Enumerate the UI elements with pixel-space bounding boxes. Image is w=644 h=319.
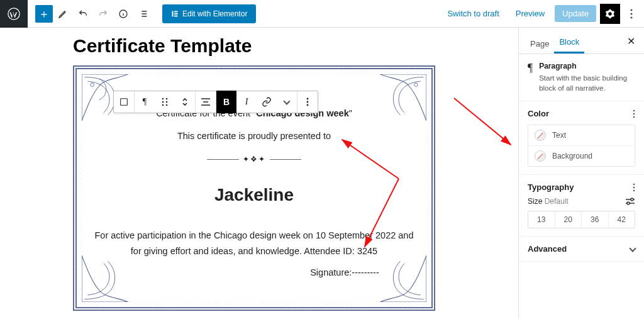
advanced-panel-toggle[interactable]: Advanced (528, 244, 635, 254)
svg-point-14 (162, 101, 164, 103)
tab-page[interactable]: Page (525, 33, 554, 53)
corner-ornament-icon (82, 255, 128, 302)
svg-point-19 (307, 101, 309, 103)
size-pill[interactable]: 42 (608, 211, 635, 228)
svg-point-6 (630, 9, 632, 11)
more-inline-button[interactable] (277, 91, 297, 113)
page-title[interactable]: Certificate Template (73, 35, 518, 57)
svg-point-28 (633, 186, 635, 188)
undo-button[interactable] (73, 4, 93, 24)
drag-icon (161, 97, 169, 107)
font-size-presets: 13 20 36 42 (528, 211, 635, 228)
chevron-down-icon (283, 98, 290, 104)
redo-button[interactable] (93, 4, 113, 24)
svg-point-17 (166, 104, 168, 106)
size-pill[interactable]: 20 (555, 211, 582, 228)
update-button[interactable]: Update (555, 5, 596, 22)
edit-mode-button[interactable] (53, 4, 73, 24)
more-options-button[interactable] (624, 4, 639, 24)
svg-rect-4 (174, 13, 178, 14)
svg-point-13 (166, 98, 168, 100)
typography-panel-toggle[interactable]: Typography (528, 182, 635, 192)
list-icon (138, 9, 148, 19)
link-icon (262, 97, 272, 107)
svg-point-29 (633, 189, 635, 191)
move-handle[interactable] (155, 91, 175, 113)
svg-point-16 (162, 104, 164, 106)
undo-icon (78, 9, 88, 19)
link-button[interactable] (257, 91, 277, 113)
paragraph-type-button[interactable]: ¶ (135, 91, 155, 113)
svg-rect-5 (174, 15, 178, 16)
svg-line-23 (454, 98, 511, 145)
pencil-icon (58, 9, 68, 19)
wordpress-icon (8, 8, 20, 20)
info-icon (118, 9, 128, 19)
size-pill[interactable]: 13 (528, 211, 555, 228)
svg-point-25 (633, 113, 635, 115)
tab-block[interactable]: Block (554, 31, 584, 53)
outline-button[interactable] (133, 4, 153, 24)
move-up-down-button[interactable] (175, 91, 195, 113)
paragraph-block-icon (119, 97, 129, 107)
swatch-icon (535, 130, 546, 141)
redo-icon (98, 9, 108, 19)
switch-to-draft-button[interactable]: Switch to draft (441, 5, 505, 22)
kebab-icon (630, 9, 633, 19)
elementor-icon (171, 10, 179, 18)
svg-point-30 (631, 198, 633, 201)
sliders-icon[interactable] (625, 198, 635, 205)
add-block-button[interactable]: ＋ (35, 5, 53, 23)
certificate-presented-line[interactable]: This certificate is proudly presented to (83, 131, 425, 141)
size-pill[interactable]: 36 (581, 211, 608, 228)
certificate-block[interactable]: ¶ (73, 65, 435, 311)
editor-canvas[interactable]: Certificate Template G (0, 28, 518, 319)
svg-point-31 (627, 202, 630, 204)
corner-ornament-icon (380, 74, 426, 121)
settings-sidebar: Page Block ✕ ¶ Paragraph Start with the … (518, 28, 644, 319)
block-floating-toolbar: ¶ (113, 91, 318, 113)
block-name-label: Paragraph (539, 62, 635, 70)
svg-rect-2 (172, 11, 174, 16)
corner-ornament-icon (380, 255, 426, 302)
kebab-icon (633, 109, 635, 118)
svg-point-20 (307, 104, 309, 106)
svg-point-12 (162, 98, 164, 100)
kebab-icon (306, 98, 309, 106)
certificate-divider-icon: ✦❖✦ (207, 155, 301, 164)
svg-point-7 (630, 13, 632, 14)
transform-block-button[interactable] (114, 91, 134, 113)
block-more-button[interactable] (297, 91, 318, 113)
certificate-signature-line[interactable]: Signature:--------- (83, 267, 425, 277)
elementor-label: Edit with Elementor (182, 9, 247, 18)
svg-point-18 (307, 98, 309, 100)
italic-button[interactable]: I (236, 91, 257, 113)
close-sidebar-button[interactable]: ✕ (625, 29, 638, 53)
color-panel-toggle[interactable]: Color (528, 109, 635, 118)
color-text-button[interactable]: Text (528, 125, 635, 145)
svg-point-27 (633, 183, 635, 185)
settings-button[interactable] (600, 4, 620, 24)
align-icon (201, 98, 211, 106)
info-button[interactable] (113, 4, 133, 24)
wordpress-logo[interactable] (0, 0, 28, 28)
block-description: Start with the basic building block of a… (539, 73, 635, 93)
svg-point-8 (630, 16, 632, 18)
bold-button[interactable]: B (216, 91, 236, 113)
color-background-button[interactable]: Background (528, 145, 635, 166)
chevron-up-down-icon (181, 97, 189, 107)
svg-point-10 (414, 83, 418, 87)
kebab-icon (633, 183, 635, 192)
certificate-attendee-name[interactable]: Jackeline (83, 185, 425, 205)
edit-with-elementor-button[interactable]: Edit with Elementor (162, 4, 256, 23)
gear-icon (605, 9, 615, 19)
svg-point-15 (166, 101, 168, 103)
paragraph-icon: ¶ (528, 62, 533, 93)
certificate-body-text[interactable]: For active participation in the Chicago … (83, 228, 425, 259)
chevron-down-icon (629, 245, 636, 252)
svg-rect-11 (121, 99, 128, 106)
align-button[interactable] (196, 91, 216, 113)
swatch-icon (535, 150, 546, 162)
svg-point-24 (633, 109, 635, 111)
preview-button[interactable]: Preview (509, 5, 551, 22)
